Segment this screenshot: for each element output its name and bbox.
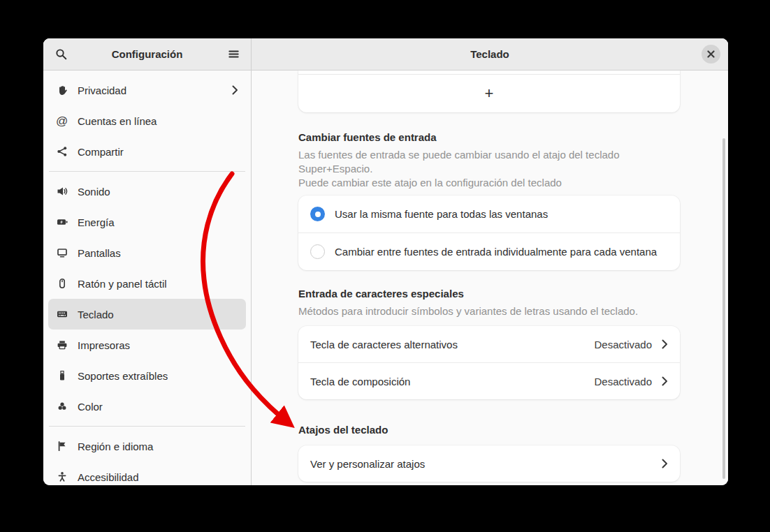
- sidebar-list: Privacidad @ Cuentas en línea Compartir: [43, 71, 251, 485]
- search-icon[interactable]: [53, 47, 68, 62]
- monitor-icon: [56, 247, 68, 259]
- sidebar-item-label: Accesibilidad: [78, 471, 238, 483]
- sidebar-title: Configuración: [68, 48, 226, 60]
- add-input-source-button[interactable]: +: [298, 75, 680, 112]
- at-icon: @: [56, 115, 68, 127]
- sidebar-item-label: Sonido: [78, 186, 238, 198]
- section-heading-input-switching: Cambiar fuentes de entrada: [298, 131, 680, 143]
- sidebar: Configuración Privacidad @ Cuentas en lí…: [43, 38, 252, 485]
- shortcuts-card: Ver y personalizar atajos: [298, 445, 680, 482]
- radio-row-same-source[interactable]: Usar la misma fuente para todas las vent…: [298, 195, 680, 232]
- speaker-icon: [56, 186, 68, 198]
- battery-icon: [56, 216, 68, 228]
- share-icon: [56, 146, 68, 158]
- main-scroll-area: + Cambiar fuentes de entrada Las fuentes…: [252, 71, 728, 485]
- settings-window: Configuración Privacidad @ Cuentas en lí…: [43, 38, 728, 485]
- menu-icon[interactable]: [226, 47, 241, 62]
- close-button[interactable]: [702, 45, 720, 64]
- sidebar-item-cuentas-en-linea[interactable]: @ Cuentas en línea: [48, 105, 246, 136]
- sidebar-item-label: Color: [78, 401, 238, 413]
- section-description-input-switching: Las fuentes de entrada se puede cambiar …: [298, 148, 680, 190]
- section-heading-shortcuts: Atajos del teclado: [298, 424, 680, 436]
- sidebar-item-soportes-extraibles[interactable]: Soportes extraíbles: [48, 360, 246, 391]
- special-characters-card: Tecla de caracteres alternativos Desacti…: [298, 326, 680, 399]
- section-description-special-characters: Métodos para introducir símbolos y varia…: [298, 304, 680, 318]
- color-icon: [56, 401, 68, 413]
- hand-icon: [56, 84, 68, 96]
- main-header: Teclado: [252, 38, 728, 71]
- sidebar-item-label: Impresoras: [78, 339, 238, 351]
- chevron-right-icon: [662, 339, 668, 349]
- input-switching-card: Usar la misma fuente para todas las vent…: [298, 195, 680, 270]
- sidebar-item-pantallas[interactable]: Pantallas: [48, 237, 246, 268]
- radio-button-unselected[interactable]: [310, 244, 325, 259]
- mouse-icon: [56, 278, 68, 290]
- keyboard-icon: [56, 309, 68, 320]
- accessibility-icon: [56, 471, 68, 483]
- sidebar-item-label: Pantallas: [78, 247, 238, 259]
- sidebar-item-color[interactable]: Color: [48, 391, 246, 422]
- usb-icon: [56, 370, 68, 382]
- sidebar-item-energia[interactable]: Energía: [48, 207, 246, 237]
- section-heading-special-characters: Entrada de caracteres especiales: [298, 288, 680, 300]
- sidebar-item-label: Compartir: [78, 146, 238, 158]
- chevron-right-icon: [662, 376, 668, 386]
- page-title: Teclado: [252, 48, 728, 60]
- sidebar-separator: [49, 426, 245, 427]
- input-sources-card: +: [298, 71, 680, 112]
- sidebar-item-compartir[interactable]: Compartir: [48, 136, 246, 167]
- sidebar-item-privacidad[interactable]: Privacidad: [48, 75, 246, 105]
- chevron-right-icon: [232, 85, 238, 95]
- keyboard-panel: Teclado + Cambiar fuentes de entrada: [252, 38, 728, 485]
- sidebar-item-raton-y-panel-tactil[interactable]: Ratón y panel táctil: [48, 268, 246, 299]
- compose-key-row[interactable]: Tecla de composición Desactivado: [298, 363, 680, 399]
- sidebar-item-teclado[interactable]: Teclado: [48, 299, 246, 330]
- printer-icon: [56, 339, 68, 351]
- radio-button-selected[interactable]: [310, 207, 325, 221]
- sidebar-item-label: Soportes extraíbles: [78, 370, 238, 382]
- close-icon: [707, 48, 715, 61]
- sidebar-item-impresoras[interactable]: Impresoras: [48, 330, 246, 360]
- sidebar-item-label: Privacidad: [78, 84, 222, 96]
- sidebar-separator: [49, 171, 245, 172]
- sidebar-header: Configuración: [43, 38, 251, 71]
- sidebar-item-label: Cuentas en línea: [78, 115, 238, 127]
- flag-icon: [56, 441, 68, 452]
- sidebar-item-label: Región e idioma: [78, 441, 238, 452]
- sidebar-item-sonido[interactable]: Sonido: [48, 176, 246, 207]
- sidebar-item-region-e-idioma[interactable]: Región e idioma: [48, 431, 246, 461]
- sidebar-item-label: Ratón y panel táctil: [78, 278, 238, 290]
- plus-icon: +: [485, 84, 494, 103]
- vertical-scrollbar[interactable]: [722, 138, 725, 479]
- chevron-right-icon: [662, 459, 668, 468]
- status-value: Desactivado: [594, 339, 652, 350]
- sidebar-item-accesibilidad[interactable]: Accesibilidad: [48, 461, 246, 485]
- sidebar-item-label: Teclado: [78, 309, 238, 320]
- view-customize-shortcuts-row[interactable]: Ver y personalizar atajos: [298, 445, 680, 482]
- status-value: Desactivado: [594, 376, 652, 387]
- sidebar-item-label: Energía: [78, 216, 238, 228]
- radio-row-per-window[interactable]: Cambiar entre fuentes de entrada individ…: [298, 233, 680, 270]
- alternate-characters-key-row[interactable]: Tecla de caracteres alternativos Desacti…: [298, 326, 680, 362]
